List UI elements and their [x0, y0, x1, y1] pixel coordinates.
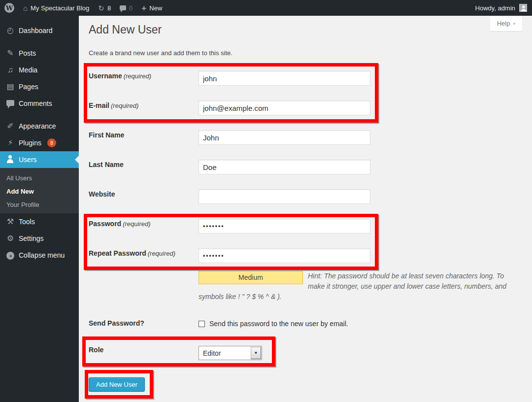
add-new-user-button[interactable]: Add New User: [89, 377, 145, 392]
last-name-input[interactable]: [199, 160, 370, 174]
plug-icon: ⚡: [5, 139, 16, 147]
repeat-password-input[interactable]: [199, 248, 370, 263]
chevron-down-icon: ▾: [513, 21, 515, 26]
admin-menu: ◴ Dashboard ✎ Posts ♫ Media ▤ Pages Comm…: [0, 16, 79, 264]
website-input[interactable]: [199, 189, 370, 204]
first-name-label: First Name: [89, 123, 199, 153]
sidebar-item-appearance[interactable]: ✐ Appearance: [0, 118, 79, 134]
repeat-password-label: Repeat Password(required): [89, 241, 199, 271]
select-arrow-icon: ▼: [251, 347, 261, 359]
form-row-password: Password(required): [89, 212, 522, 241]
password-input[interactable]: [199, 219, 370, 234]
send-password-checkbox-label: Send this password to the new user by em…: [209, 320, 348, 328]
submenu-item-add-new[interactable]: Add New: [0, 185, 79, 198]
updates-count: 8: [107, 4, 111, 12]
page-subtitle: Create a brand new user and add them to …: [89, 49, 522, 57]
form-row-website: Website: [89, 182, 522, 212]
add-user-form: Username(required) E-mail(required) Firs…: [89, 64, 522, 392]
updates-icon: ↻: [98, 4, 104, 12]
collapse-arrow-icon: ◂: [5, 251, 16, 260]
form-row-repeat-password: Repeat Password(required): [89, 241, 522, 271]
comments-count: 0: [129, 4, 133, 12]
form-row-username: Username(required): [89, 64, 522, 94]
username-label: Username(required): [89, 64, 199, 94]
sidebar-item-pages[interactable]: ▤ Pages: [0, 78, 79, 95]
wrench-icon: ⚒: [5, 218, 16, 226]
sidebar-item-dashboard[interactable]: ◴ Dashboard: [0, 22, 79, 39]
role-select[interactable]: Editor ▼: [199, 346, 262, 360]
first-name-input[interactable]: [199, 130, 370, 145]
wordpress-logo-menu[interactable]: W: [0, 0, 19, 16]
role-label: Role: [89, 342, 199, 374]
sidebar-item-posts[interactable]: ✎ Posts: [0, 45, 79, 62]
sidebar-item-tools[interactable]: ⚒ Tools: [0, 213, 79, 230]
menu-separator: [0, 112, 79, 118]
pages-icon: ▤: [5, 83, 16, 91]
sidebar-item-comments[interactable]: Comments: [0, 95, 79, 112]
wordpress-logo-icon: W: [4, 3, 14, 13]
form-row-send-password: Send Password? Send this password to the…: [89, 312, 522, 342]
admin-bar-left: W ⌂ My Spectacular Blog ↻ 8 0 + New: [0, 0, 166, 16]
form-row-first-name: First Name: [89, 123, 522, 153]
send-password-label: Send Password?: [89, 312, 199, 342]
main-content: Help ▾ Add New User Create a brand new u…: [79, 16, 532, 402]
sidebar-item-plugins[interactable]: ⚡ Plugins 8: [0, 134, 79, 151]
form-row-email: E-mail(required): [89, 94, 522, 123]
plugins-update-badge: 8: [47, 138, 56, 147]
role-selected-value: Editor: [203, 349, 221, 357]
submenu-item-all-users[interactable]: All Users: [0, 171, 79, 185]
send-password-checkbox[interactable]: [199, 321, 205, 327]
collapse-menu-button[interactable]: ◂ Collapse menu: [0, 247, 79, 264]
last-name-label: Last Name: [89, 153, 199, 182]
username-input[interactable]: [199, 71, 370, 86]
users-submenu: All Users Add New Your Profile: [0, 168, 79, 213]
account-menu[interactable]: Howdy, admin: [475, 0, 532, 16]
updates-link[interactable]: ↻ 8: [94, 0, 115, 16]
sidebar-item-users[interactable]: Users: [0, 151, 79, 168]
comments-link[interactable]: 0: [115, 0, 137, 16]
sidebar-item-settings[interactable]: ⚙ Settings: [0, 230, 79, 247]
plus-icon: +: [141, 4, 146, 12]
menu-separator: [0, 39, 79, 45]
comment-bubble-icon: [120, 5, 126, 10]
form-row-role: Role Editor ▼: [89, 342, 522, 374]
website-label: Website: [89, 182, 199, 212]
password-label: Password(required): [89, 212, 199, 241]
home-icon: ⌂: [23, 4, 28, 12]
sidebar-item-media[interactable]: ♫ Media: [0, 62, 79, 78]
email-input[interactable]: [199, 100, 370, 115]
pushpin-icon: ✎: [5, 49, 16, 57]
email-label: E-mail(required): [89, 94, 199, 123]
paintbrush-icon: ✐: [5, 122, 16, 130]
settings-sliders-icon: ⚙: [5, 234, 16, 242]
howdy-label: Howdy, admin: [475, 4, 515, 12]
password-strength-meter: Medium: [199, 271, 303, 284]
page-title: Add New User: [89, 16, 522, 37]
user-avatar: [519, 4, 527, 12]
new-content-menu[interactable]: + New: [137, 0, 166, 16]
submenu-item-your-profile[interactable]: Your Profile: [0, 198, 79, 211]
admin-sidebar: ◴ Dashboard ✎ Posts ♫ Media ▤ Pages Comm…: [0, 16, 79, 402]
media-icon: ♫: [5, 66, 16, 74]
form-row-last-name: Last Name: [89, 153, 522, 182]
dashboard-icon: ◴: [5, 27, 16, 34]
site-name-label: My Spectacular Blog: [31, 4, 89, 12]
person-icon: [5, 155, 16, 165]
form-row-password-strength: Medium Hint: The password should be at l…: [89, 271, 522, 312]
admin-bar: W ⌂ My Spectacular Blog ↻ 8 0 + New Howd…: [0, 0, 532, 16]
site-name-link[interactable]: ⌂ My Spectacular Blog: [19, 0, 94, 16]
comments-bubble-icon: [5, 100, 16, 107]
new-label: New: [149, 4, 162, 12]
help-tab-button[interactable]: Help ▾: [490, 16, 522, 31]
